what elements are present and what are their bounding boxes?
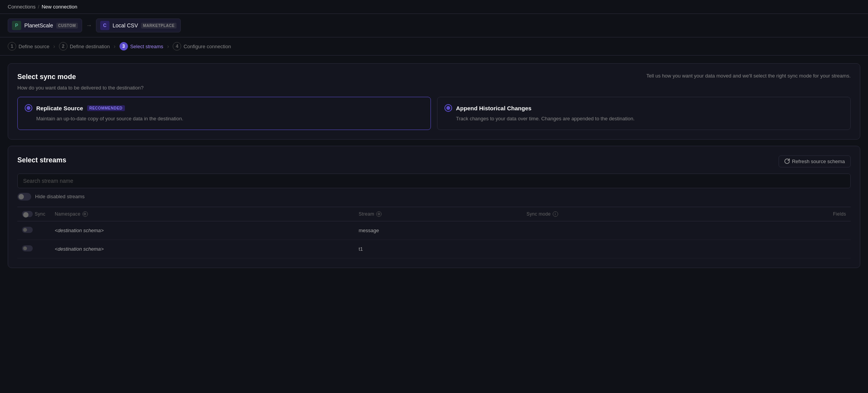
row-1-sync-mode [522,221,734,240]
streams-table: Sync Namespace ⚙ Stream ⚙ [17,207,851,258]
table-header: Sync Namespace ⚙ Stream ⚙ [17,207,851,221]
steps-bar: 1 Define source › 2 Define destination ›… [0,37,868,56]
append-radio [444,104,452,112]
source-badge: P PlanetScale CUSTOM [8,19,82,32]
row-2-namespace: <destination schema> [50,240,354,258]
source-name: PlanetScale [24,22,53,29]
destination-tag: MARKETPLACE [141,23,177,29]
col-fields: Fields [734,207,851,221]
table-row: <destination schema> message [17,221,851,240]
breadcrumb-sep: / [38,4,39,10]
replicate-radio [25,104,32,112]
replicate-desc: Maintain an up-to-date copy of your sour… [36,115,424,123]
namespace-gear-icon[interactable]: ⚙ [82,211,88,217]
row-2-fields [734,240,851,258]
sync-mode-hint: Tell us how you want your data moved and… [646,73,851,79]
step-2-num: 2 [59,42,67,51]
streams-title: Select streams [17,156,66,164]
sync-mode-info-icon[interactable]: i [553,211,558,217]
step-3-num: 3 [119,42,128,51]
search-stream-input[interactable] [17,174,851,188]
append-historical-option[interactable]: Append Historical Changes Track changes … [437,97,851,130]
breadcrumb-connections[interactable]: Connections [8,4,35,10]
step-1[interactable]: 1 Define source [8,42,49,51]
hide-disabled-row: Hide disabled streams [17,193,851,201]
row-1-toggle[interactable] [22,227,33,233]
destination-name: Local CSV [113,22,138,29]
all-sync-toggle[interactable] [22,211,33,217]
append-radio-inner [446,106,450,110]
col-sync-label: Sync [35,211,45,217]
hide-disabled-toggle[interactable] [17,193,31,201]
col-sync-toggle: Sync [17,207,50,221]
table-row: <destination schema> t1 [17,240,851,258]
arrow-icon: → [86,22,92,29]
step-sep-2: › [114,43,116,49]
replicate-radio-inner [27,106,30,110]
stream-gear-icon[interactable]: ⚙ [376,211,382,217]
connector-bar: P PlanetScale CUSTOM → C Local CSV MARKE… [0,14,868,37]
append-desc: Track changes to your data over time. Ch… [456,115,843,123]
refresh-icon [784,159,790,164]
breadcrumb-current: New connection [42,4,77,10]
refresh-label: Refresh source schema [792,159,845,164]
select-streams-card: Select streams Refresh source schema Hid… [8,146,860,268]
sync-mode-question: How do you want data to be delivered to … [17,85,851,91]
row-1-namespace: <destination schema> [50,221,354,240]
main-content: Select sync mode Tell us how you want yo… [0,56,868,276]
col-namespace: Namespace ⚙ [50,207,354,221]
search-wrap [17,174,851,188]
row-1-stream: message [354,221,522,240]
sync-options: Replicate Source RECOMMENDED Maintain an… [17,97,851,130]
col-sync-mode: Sync mode i [522,207,734,221]
top-bar: Connections / New connection [0,0,868,14]
recommended-badge: RECOMMENDED [87,105,125,111]
append-title: Append Historical Changes [456,105,532,111]
destination-badge: C Local CSV MARKETPLACE [96,19,181,32]
step-4-num: 4 [173,42,181,51]
step-4-label: Configure connection [183,44,231,49]
row-2-stream: t1 [354,240,522,258]
step-sep-3: › [167,43,169,49]
step-1-num: 1 [8,42,16,51]
row-1-fields [734,221,851,240]
step-2[interactable]: 2 Define destination [59,42,110,51]
source-icon: P [12,21,21,30]
destination-icon: C [100,21,109,30]
breadcrumb: Connections / New connection [8,4,860,10]
sync-mode-card: Select sync mode Tell us how you want yo… [8,63,860,140]
replicate-title: Replicate Source [36,105,83,111]
step-3-label: Select streams [130,44,163,49]
sync-mode-title: Select sync mode [17,73,76,81]
row-2-toggle[interactable] [22,245,33,251]
hide-disabled-label: Hide disabled streams [35,194,85,199]
streams-header: Select streams Refresh source schema [17,155,851,167]
row-2-sync-mode [522,240,734,258]
row-toggle-cell [17,221,50,240]
step-3[interactable]: 3 Select streams [119,42,163,51]
step-1-label: Define source [19,44,49,49]
step-sep-1: › [53,43,55,49]
col-stream: Stream ⚙ [354,207,522,221]
step-2-label: Define destination [70,44,110,49]
row-toggle-cell [17,240,50,258]
source-tag: CUSTOM [56,23,78,29]
replicate-source-option[interactable]: Replicate Source RECOMMENDED Maintain an… [17,97,431,130]
step-4[interactable]: 4 Configure connection [173,42,231,51]
refresh-schema-button[interactable]: Refresh source schema [779,155,851,167]
streams-table-body: <destination schema> message <destinatio… [17,221,851,258]
